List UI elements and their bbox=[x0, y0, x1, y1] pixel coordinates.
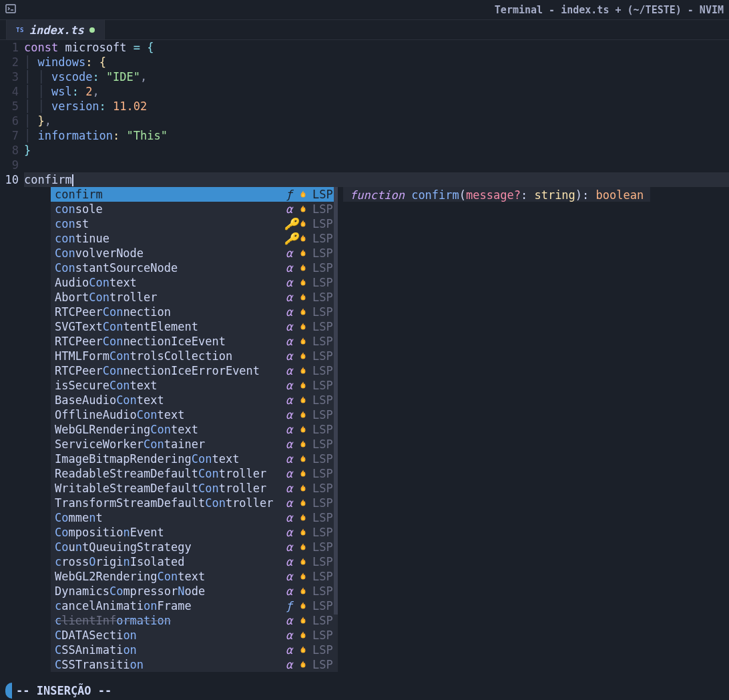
completion-kind-icon: α bbox=[284, 657, 294, 672]
completion-kind-icon: α bbox=[284, 554, 294, 569]
source-flame-icon bbox=[298, 248, 308, 258]
completion-item-label: clientInformation bbox=[55, 613, 280, 628]
completion-item[interactable]: WebGLRenderingContextαLSP bbox=[51, 422, 338, 437]
completion-source: LSP bbox=[312, 657, 334, 672]
completion-item-label: RTCPeerConnectionIceEvent bbox=[55, 334, 280, 349]
completion-kind-icon: α bbox=[284, 275, 294, 290]
completion-kind-icon: α bbox=[284, 334, 294, 349]
code-line[interactable]: │ │ vscode: "IDE", bbox=[24, 69, 729, 84]
completion-item[interactable]: BaseAudioContextαLSP bbox=[51, 393, 338, 407]
code-line[interactable]: │ windows: { bbox=[24, 55, 729, 69]
line-number: 8 bbox=[0, 143, 19, 158]
completion-source: LSP bbox=[312, 569, 334, 584]
completion-kind-icon: α bbox=[284, 363, 294, 378]
code-line[interactable]: │ │ version: 11.02 bbox=[24, 99, 729, 114]
completion-item-label: ConvolverNode bbox=[55, 246, 280, 260]
completion-item[interactable]: AudioContextαLSP bbox=[51, 275, 338, 290]
completion-item[interactable]: crossOriginIsolatedαLSP bbox=[51, 554, 338, 569]
tab-filename: index.ts bbox=[29, 23, 84, 37]
source-flame-icon bbox=[298, 204, 308, 214]
completion-kind-icon: α bbox=[284, 349, 294, 363]
code-line[interactable]: const microsoft = { bbox=[24, 40, 729, 55]
completion-item[interactable]: confirmƒLSP bbox=[51, 187, 338, 202]
completion-kind-icon: α bbox=[284, 319, 294, 334]
source-flame-icon bbox=[298, 556, 308, 567]
completion-source: LSP bbox=[312, 202, 334, 216]
source-flame-icon bbox=[298, 454, 308, 464]
source-flame-icon bbox=[298, 321, 308, 332]
source-flame-icon bbox=[298, 424, 308, 435]
completion-item[interactable]: cancelAnimationFrameƒLSP bbox=[51, 598, 338, 613]
completion-item[interactable]: TransformStreamDefaultControllerαLSP bbox=[51, 496, 338, 510]
completion-source: LSP bbox=[312, 452, 334, 466]
completion-item[interactable]: DynamicsCompressorNodeαLSP bbox=[51, 584, 338, 598]
completion-item[interactable]: ReadableStreamDefaultControllerαLSP bbox=[51, 466, 338, 481]
source-flame-icon bbox=[298, 307, 308, 317]
completion-kind-icon: α bbox=[284, 613, 294, 628]
completion-item-label: WritableStreamDefaultController bbox=[55, 481, 280, 496]
completion-item[interactable]: CommentαLSP bbox=[51, 510, 338, 525]
completion-source: LSP bbox=[312, 540, 334, 554]
completion-item[interactable]: CSSTransitionαLSP bbox=[51, 657, 338, 672]
completion-item[interactable]: CSSAnimationαLSP bbox=[51, 643, 338, 657]
completion-kind-icon: 🔑 bbox=[284, 231, 294, 246]
editor[interactable]: 12345678910 const microsoft = {│ windows… bbox=[0, 40, 729, 681]
completion-item[interactable]: ServiceWorkerContainerαLSP bbox=[51, 437, 338, 452]
completion-kind-icon: α bbox=[284, 643, 294, 657]
source-flame-icon bbox=[298, 351, 308, 361]
completion-item[interactable]: WebGL2RenderingContextαLSP bbox=[51, 569, 338, 584]
completion-source: LSP bbox=[312, 290, 334, 305]
completion-item[interactable]: ConvolverNodeαLSP bbox=[51, 246, 338, 260]
completion-item[interactable]: WritableStreamDefaultControllerαLSP bbox=[51, 481, 338, 496]
completion-popup[interactable]: confirmƒLSPconsoleαLSPconst🔑LSPcontinue🔑… bbox=[51, 187, 338, 672]
code-line[interactable]: confirm bbox=[24, 172, 729, 187]
tab-index-ts[interactable]: TS index.ts bbox=[7, 20, 105, 39]
completion-source: LSP bbox=[312, 437, 334, 452]
completion-item[interactable]: RTCPeerConnectionαLSP bbox=[51, 305, 338, 319]
completion-item[interactable]: RTCPeerConnectionIceErrorEventαLSP bbox=[51, 363, 338, 378]
completion-item[interactable]: CountQueuingStrategyαLSP bbox=[51, 540, 338, 554]
completion-item[interactable]: SVGTextContentElementαLSP bbox=[51, 319, 338, 334]
completion-item[interactable]: clientInformationαLSP bbox=[51, 613, 338, 628]
completion-item-label: crossOriginIsolated bbox=[55, 554, 280, 569]
completion-kind-icon: α bbox=[284, 584, 294, 598]
completion-item[interactable]: ImageBitmapRenderingContextαLSP bbox=[51, 452, 338, 466]
completion-item-label: CompositionEvent bbox=[55, 525, 280, 540]
source-flame-icon bbox=[298, 439, 308, 450]
source-flame-icon bbox=[298, 527, 308, 538]
completion-item[interactable]: isSecureContextαLSP bbox=[51, 378, 338, 393]
completion-item[interactable]: continue🔑LSP bbox=[51, 231, 338, 246]
signature-help: function confirm(message?: string): bool… bbox=[343, 187, 650, 202]
source-flame-icon bbox=[298, 571, 308, 582]
completion-item[interactable]: ConstantSourceNodeαLSP bbox=[51, 260, 338, 275]
completion-source: LSP bbox=[312, 613, 334, 628]
completion-item-label: Comment bbox=[55, 510, 280, 525]
completion-item-label: isSecureContext bbox=[55, 378, 280, 393]
completion-kind-icon: α bbox=[284, 481, 294, 496]
completion-item[interactable]: AbortControllerαLSP bbox=[51, 290, 338, 305]
completion-kind-icon: α bbox=[284, 290, 294, 305]
completion-kind-icon: α bbox=[284, 260, 294, 275]
completion-item[interactable]: HTMLFormControlsCollectionαLSP bbox=[51, 349, 338, 363]
code-line[interactable]: } bbox=[24, 143, 729, 158]
completion-item[interactable]: RTCPeerConnectionIceEventαLSP bbox=[51, 334, 338, 349]
completion-kind-icon: α bbox=[284, 525, 294, 540]
completion-scrollbar[interactable] bbox=[334, 187, 338, 672]
completion-item[interactable]: consoleαLSP bbox=[51, 202, 338, 216]
source-flame-icon bbox=[298, 233, 308, 244]
completion-item[interactable]: const🔑LSP bbox=[51, 216, 338, 231]
completion-item[interactable]: CompositionEventαLSP bbox=[51, 525, 338, 540]
completion-item-label: CSSAnimation bbox=[55, 643, 280, 657]
completion-item-label: const bbox=[55, 216, 280, 231]
code-area[interactable]: const microsoft = {│ windows: {│ │ vscod… bbox=[24, 40, 729, 681]
code-line[interactable]: │ }, bbox=[24, 114, 729, 128]
mode-indicator-icon bbox=[5, 683, 12, 699]
code-line[interactable] bbox=[24, 158, 729, 172]
line-number: 1 bbox=[0, 40, 19, 55]
completion-item[interactable]: OfflineAudioContextαLSP bbox=[51, 407, 338, 422]
scrollbar-thumb[interactable] bbox=[334, 187, 338, 615]
completion-item-label: CSSTransition bbox=[55, 657, 280, 672]
code-line[interactable]: │ │ wsl: 2, bbox=[24, 84, 729, 99]
completion-item[interactable]: CDATASectionαLSP bbox=[51, 628, 338, 643]
code-line[interactable]: │ information: "This" bbox=[24, 128, 729, 143]
